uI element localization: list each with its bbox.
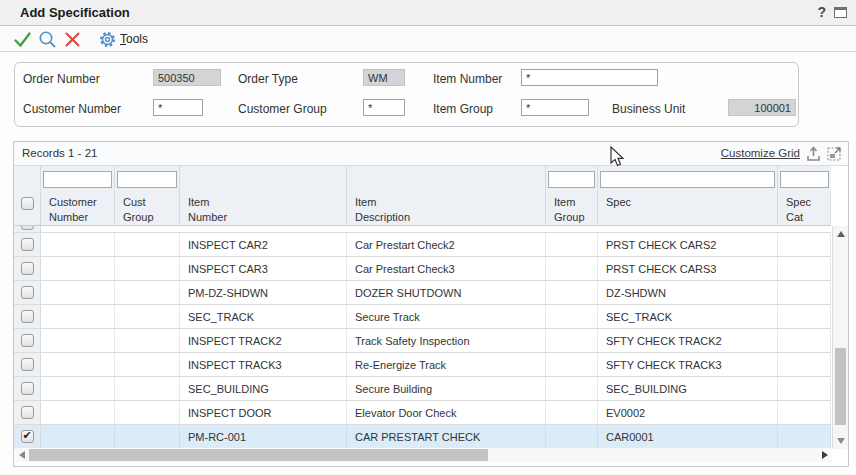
grid-cell-spec_cat_code_1[interactable] <box>778 377 831 400</box>
grid-cell-customer_number[interactable] <box>41 281 115 304</box>
grid-cell-spec[interactable]: DZ-SHDWN <box>598 281 778 304</box>
horizontal-scrollbar-thumb[interactable] <box>29 449 488 461</box>
grid-cell-item_number[interactable]: PM-RC-001 <box>180 425 347 448</box>
row-checkbox[interactable] <box>21 406 34 419</box>
row-checkbox[interactable] <box>21 430 34 443</box>
grid-cell-spec[interactable]: SEC_BUILDING <box>598 377 778 400</box>
select-all-checkbox[interactable] <box>21 197 34 210</box>
help-icon[interactable]: ? <box>817 4 826 20</box>
grid-cell-item_description[interactable]: DOZER SHUTDOWN <box>347 281 546 304</box>
grid-cell-spec[interactable]: CAR0001 <box>598 425 778 448</box>
row-checkbox[interactable] <box>21 262 34 275</box>
table-row[interactable]: SEC_TRACKSecure TrackSEC_TRACK <box>14 305 831 329</box>
customer-number-field[interactable] <box>153 99 203 116</box>
column-header-item_description[interactable]: Item Description <box>347 191 546 225</box>
grid-cell-item_description[interactable]: Elevator Door Check <box>347 401 546 424</box>
grid-cell-spec_cat_code_1[interactable] <box>778 329 831 352</box>
row-checkbox[interactable] <box>21 358 34 371</box>
grid-cell-spec_cat_code_1[interactable] <box>778 401 831 424</box>
grid-cell-spec[interactable]: EV0002 <box>598 401 778 424</box>
grid-cell-spec[interactable]: SEC_TRACK <box>598 305 778 328</box>
table-row[interactable]: INSPECT TRACK3Re-Energize TrackSFTY CHEC… <box>14 353 831 377</box>
vertical-scrollbar[interactable] <box>832 226 848 449</box>
scroll-down-icon[interactable] <box>837 438 845 444</box>
row-checkbox[interactable] <box>21 238 34 251</box>
grid-cell-item_description[interactable]: Re-Energize Track <box>347 353 546 376</box>
grid-cell-customer_number[interactable] <box>41 425 115 448</box>
grid-cell-item_group[interactable] <box>546 401 598 424</box>
filter-input-spec_cat_code_1[interactable] <box>780 171 829 188</box>
table-row[interactable]: PM-RC-001CAR PRESTART CHECKCAR0001 <box>14 425 831 449</box>
grid-cell-spec[interactable]: PRST CHECK CARS3 <box>598 257 778 280</box>
grid-cell-item_description[interactable]: Track Safety Inspection <box>347 329 546 352</box>
tools-menu[interactable]: Tools <box>120 32 148 46</box>
table-row[interactable]: INSPECT DOORElevator Door CheckEV0002 <box>14 401 831 425</box>
grid-cell-item_group[interactable] <box>546 329 598 352</box>
grid-cell-item_group[interactable] <box>546 233 598 256</box>
vertical-scrollbar-thumb[interactable] <box>835 348 846 425</box>
grid-cell-spec_cat_code_1[interactable] <box>778 425 831 448</box>
row-checkbox[interactable] <box>21 286 34 299</box>
customer-group-field[interactable] <box>363 99 405 116</box>
table-row[interactable]: SEC_BUILDINGSecure BuildingSEC_BUILDING <box>14 377 831 401</box>
grid-cell-item_description[interactable]: Car Prestart Check2 <box>347 233 546 256</box>
grid-cell-item_description[interactable]: CAR PRESTART CHECK <box>347 425 546 448</box>
grid-cell-item_number[interactable]: PM-DZ-SHDWN <box>180 281 347 304</box>
grid-cell-item_number[interactable]: INSPECT CAR3 <box>180 257 347 280</box>
grid-cell-spec[interactable]: SFTY CHECK TRACK3 <box>598 353 778 376</box>
grid-cell-item_number[interactable]: SEC_BUILDING <box>180 377 347 400</box>
grid-cell-spec_cat_code_1[interactable] <box>778 305 831 328</box>
grid-cell-item_number[interactable]: INSPECT TRACK3 <box>180 353 347 376</box>
column-header-spec[interactable]: Spec <box>598 191 778 225</box>
grid-cell-customer_number[interactable] <box>41 257 115 280</box>
find-magnifier-icon[interactable] <box>38 30 57 49</box>
column-header-item_number[interactable]: Item Number <box>180 191 347 225</box>
tools-gear-icon[interactable] <box>98 30 117 49</box>
table-row[interactable]: INSPECT TRACK2Track Safety InspectionSFT… <box>14 329 831 353</box>
scroll-right-icon[interactable] <box>822 451 828 459</box>
column-header-spec_cat_code_1[interactable]: Spec Cat Code 1 <box>778 191 831 225</box>
table-row[interactable]: INSPECT CAR3Car Prestart Check3PRST CHEC… <box>14 257 831 281</box>
filter-input-customer_number[interactable] <box>43 171 112 188</box>
grid-cell-spec_cat_code_1[interactable] <box>778 233 831 256</box>
table-row[interactable]: PM-DZ-SHDWNDOZER SHUTDOWNDZ-SHDWN <box>14 281 831 305</box>
row-checkbox[interactable] <box>21 310 34 323</box>
grid-cell-item_group[interactable] <box>546 425 598 448</box>
grid-cell-cust_group[interactable] <box>115 329 180 352</box>
scroll-left-icon[interactable] <box>19 451 25 459</box>
window-icon[interactable] <box>834 7 847 18</box>
ok-check-icon[interactable] <box>13 30 32 49</box>
grid-cell-spec[interactable]: SFTY CHECK TRACK2 <box>598 329 778 352</box>
item-number-field[interactable] <box>521 69 658 86</box>
grid-cell-item_group[interactable] <box>546 257 598 280</box>
grid-cell-item_group[interactable] <box>546 353 598 376</box>
grid-cell-item_description[interactable]: Secure Track <box>347 305 546 328</box>
row-checkbox[interactable] <box>21 334 34 347</box>
close-x-icon[interactable] <box>63 30 82 49</box>
grid-cell-item_number[interactable]: SEC_TRACK <box>180 305 347 328</box>
grid-cell-cust_group[interactable] <box>115 377 180 400</box>
grid-cell-item_group[interactable] <box>546 377 598 400</box>
grid-cell-customer_number[interactable] <box>41 377 115 400</box>
grid-cell-cust_group[interactable] <box>115 353 180 376</box>
grid-cell-cust_group[interactable] <box>115 233 180 256</box>
grid-cell-customer_number[interactable] <box>41 353 115 376</box>
filter-input-cust_group[interactable] <box>117 171 177 188</box>
export-icon[interactable] <box>805 145 822 162</box>
grid-cell-item_number[interactable]: INSPECT CAR2 <box>180 233 347 256</box>
grid-cell-item_number[interactable]: INSPECT DOOR <box>180 401 347 424</box>
column-header-item_group[interactable]: Item Group <box>546 191 598 225</box>
scroll-up-icon[interactable] <box>837 231 845 237</box>
grid-cell-spec_cat_code_1[interactable] <box>778 281 831 304</box>
grid-cell-item_number[interactable]: INSPECT TRACK2 <box>180 329 347 352</box>
grid-cell-item_group[interactable] <box>546 305 598 328</box>
grid-cell-customer_number[interactable] <box>41 305 115 328</box>
filter-input-item_group[interactable] <box>548 171 595 188</box>
grid-cell-spec_cat_code_1[interactable] <box>778 353 831 376</box>
column-header-cust_group[interactable]: Cust Group <box>115 191 180 225</box>
grid-cell-spec_cat_code_1[interactable] <box>778 257 831 280</box>
grid-cell-item_description[interactable]: Secure Building <box>347 377 546 400</box>
grid-cell-cust_group[interactable] <box>115 305 180 328</box>
grid-cell-customer_number[interactable] <box>41 329 115 352</box>
grid-cell-customer_number[interactable] <box>41 401 115 424</box>
